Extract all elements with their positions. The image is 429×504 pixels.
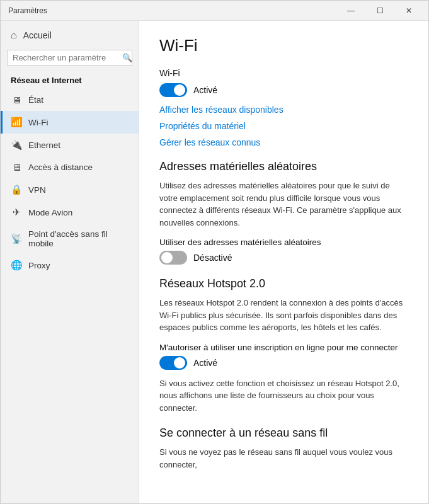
sidebar: ⌂ Accueil 🔍 Réseau et Internet 🖥 État 📶 … <box>1 21 139 503</box>
close-button[interactable]: ✕ <box>394 1 423 21</box>
wifi-section-label: Wi-Fi <box>159 68 408 78</box>
hotspot-toggle-label: Activé <box>193 358 217 368</box>
search-input[interactable] <box>13 53 118 62</box>
sidebar-item-proxy[interactable]: 🌐 Proxy <box>1 254 139 277</box>
sidebar-item-label: VPN <box>28 185 46 195</box>
proxy-icon: 🌐 <box>11 260 22 271</box>
adresses-toggle-label: Désactivé <box>193 253 232 263</box>
sidebar-item-label: Wi-Fi <box>28 118 48 127</box>
search-box[interactable]: 🔍 <box>7 50 132 66</box>
link-proprietes[interactable]: Propriétés du matériel <box>159 121 408 131</box>
hotspot-toggle[interactable] <box>159 356 187 370</box>
page-title: Wi-Fi <box>159 36 408 55</box>
sidebar-item-label: Accès à distance <box>28 163 93 172</box>
adresses-description: Utilisez des adresses matérielles aléato… <box>159 180 408 229</box>
sidebar-item-label: Ethernet <box>28 140 60 150</box>
etat-icon: 🖥 <box>11 94 22 105</box>
search-icon: 🔍 <box>122 53 132 62</box>
link-afficher[interactable]: Afficher les réseaux disponibles <box>159 105 408 115</box>
main-content: Wi-Fi Wi-Fi Activé Afficher les réseaux … <box>139 21 428 503</box>
wifi-toggle[interactable] <box>159 83 187 97</box>
sidebar-item-label: État <box>28 95 43 105</box>
adresses-toggle-row: Désactivé <box>159 251 408 265</box>
sidebar-item-label: Proxy <box>28 261 50 270</box>
avion-icon: ✈ <box>11 207 22 218</box>
wifi-toggle-row: Activé <box>159 83 408 97</box>
hotspot-note: Si vous activez cette fonction et choisi… <box>159 377 408 415</box>
connecter-heading: Se connecter à un réseau sans fil <box>159 427 408 440</box>
ethernet-icon: 🔌 <box>11 139 22 151</box>
adresses-toggle-knob <box>161 252 173 263</box>
point-icon: 📡 <box>11 233 22 244</box>
vpn-icon: 🔒 <box>11 184 22 195</box>
home-icon: ⌂ <box>11 30 17 41</box>
sidebar-item-ethernet[interactable]: 🔌 Ethernet <box>1 134 139 156</box>
adresses-sub-label: Utiliser des adresses matérielles aléato… <box>159 238 408 247</box>
sidebar-item-wifi[interactable]: 📶 Wi-Fi <box>1 111 139 134</box>
sidebar-item-etat[interactable]: 🖥 État <box>1 89 139 111</box>
adresses-toggle[interactable] <box>159 251 187 265</box>
maximize-button[interactable]: ☐ <box>365 1 394 21</box>
sidebar-item-avion[interactable]: ✈ Mode Avion <box>1 201 139 224</box>
window-title: Paramètres <box>8 6 47 15</box>
wifi-icon: 📶 <box>11 117 22 128</box>
wifi-toggle-label: Activé <box>193 85 217 95</box>
home-label: Accueil <box>23 30 52 40</box>
sidebar-item-vpn[interactable]: 🔒 VPN <box>1 178 139 201</box>
connecter-description: Si vous ne voyez pas le réseau sans fil … <box>159 446 408 471</box>
sidebar-section-title: Réseau et Internet <box>1 72 139 89</box>
link-gerer[interactable]: Gérer les réseaux connus <box>159 137 408 147</box>
sidebar-item-acces[interactable]: 🖥 Accès à distance <box>1 156 139 178</box>
hotspot-toggle-knob <box>174 357 185 369</box>
sidebar-item-label: Mode Avion <box>28 208 72 217</box>
sidebar-item-label: Point d'accès sans fil mobile <box>28 229 129 248</box>
adresses-heading: Adresses matérielles aléatoires <box>159 160 408 173</box>
hotspot-description: Les réseaux Hotspot 2.0 rendent la conne… <box>159 297 408 334</box>
wifi-toggle-knob <box>174 84 185 96</box>
window: Paramètres — ☐ ✕ ⌂ Accueil 🔍 Réseau et I… <box>0 0 429 504</box>
title-bar-controls: — ☐ ✕ <box>336 1 423 21</box>
hotspot-heading: Réseaux Hotspot 2.0 <box>159 277 408 290</box>
sidebar-item-point[interactable]: 📡 Point d'accès sans fil mobile <box>1 224 139 254</box>
acces-icon: 🖥 <box>11 162 22 173</box>
hotspot-sub-label: M'autoriser à utiliser une inscription e… <box>159 343 408 352</box>
minimize-button[interactable]: — <box>336 1 365 21</box>
title-bar: Paramètres — ☐ ✕ <box>1 1 428 21</box>
sidebar-home[interactable]: ⌂ Accueil <box>1 21 139 47</box>
content-area: ⌂ Accueil 🔍 Réseau et Internet 🖥 État 📶 … <box>1 21 428 503</box>
hotspot-toggle-row: Activé <box>159 356 408 370</box>
